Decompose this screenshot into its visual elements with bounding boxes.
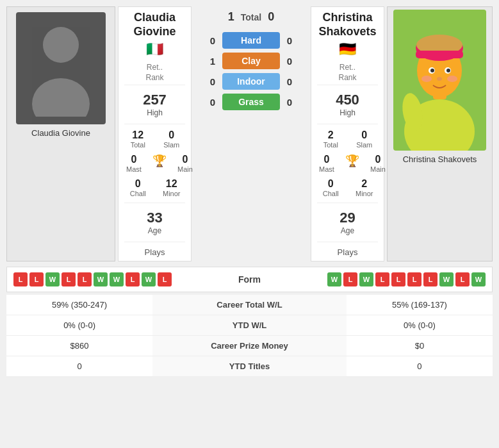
player2-rank-label: Rank bbox=[338, 73, 356, 82]
trophy-icon-right: 🏆 bbox=[345, 154, 359, 168]
player2-minor-lbl: Minor bbox=[356, 190, 373, 197]
player1-age-lbl: Age bbox=[148, 226, 161, 235]
player1-mast-lbl: Mast bbox=[126, 165, 142, 173]
svg-point-14 bbox=[421, 76, 432, 82]
player1-main-val: 0 bbox=[183, 154, 188, 165]
player2-high-group: 450 High bbox=[336, 92, 359, 117]
grass-row: 0 Grass 0 bbox=[194, 94, 308, 110]
hard-score1: 0 bbox=[203, 35, 222, 46]
divider1 bbox=[124, 85, 185, 85]
form-pill: W bbox=[94, 272, 108, 286]
form-pill: W bbox=[471, 272, 486, 286]
player1-minor-cell: 12 Minor bbox=[159, 178, 184, 197]
stats-row: 0% (0-0) YTD W/L 0% (0-0) bbox=[6, 315, 493, 336]
player1-mast-main: 0 Mast 🏆 0 Main bbox=[121, 154, 188, 173]
player2-age-group: 29 Age bbox=[339, 210, 355, 235]
player1-total-cell: 12 Total bbox=[125, 129, 151, 149]
total-label: Total bbox=[241, 12, 261, 22]
form-pill: W bbox=[359, 272, 373, 286]
top-section: Claudia Giovine Claudia Giovine 🇮🇹 Ret..… bbox=[6, 6, 493, 261]
player2-name: Christina Shakovets bbox=[314, 11, 381, 38]
player1-plays-lbl: Plays bbox=[145, 247, 165, 257]
divider5 bbox=[317, 85, 378, 85]
player2-chall-lbl: Chall bbox=[323, 190, 339, 197]
player2-total-val: 2 bbox=[328, 129, 334, 141]
indoor-row: 0 Indoor 0 bbox=[194, 73, 308, 90]
total-score2: 0 bbox=[268, 10, 274, 24]
svg-point-13 bbox=[437, 77, 442, 81]
player2-main-lbl: Main bbox=[370, 165, 386, 173]
player1-chall-cell: 0 Chall bbox=[125, 178, 151, 197]
player2-minor-val: 2 bbox=[361, 178, 367, 190]
player1-photo bbox=[16, 12, 106, 124]
form-pill: W bbox=[439, 272, 454, 286]
divider2 bbox=[124, 124, 185, 124]
player1-rank-label: Rank bbox=[145, 73, 163, 82]
clay-score1: 1 bbox=[203, 56, 222, 67]
player1-age-group: 33 Age bbox=[147, 210, 162, 235]
stat-center-label: YTD Titles bbox=[152, 356, 347, 377]
player2-plays-lbl: Plays bbox=[338, 247, 358, 257]
indoor-badge: Indoor bbox=[222, 73, 280, 90]
grass-score2: 0 bbox=[280, 97, 299, 108]
form-pill: L bbox=[78, 272, 92, 286]
grass-badge: Grass bbox=[222, 94, 280, 110]
stats-row: $860 Career Prize Money $0 bbox=[6, 336, 493, 356]
form-pill: L bbox=[375, 272, 389, 286]
total-score-row: 1 Total 0 bbox=[194, 6, 308, 28]
player2-total-lbl: Total bbox=[323, 141, 338, 149]
hard-row: 0 Hard 0 bbox=[194, 32, 308, 49]
player1-mast-cell: 0 Mast bbox=[121, 154, 147, 173]
middle-section: 1 Total 0 0 Hard 0 1 Clay 0 0 Indoor 0 bbox=[194, 6, 308, 261]
hard-score2: 0 bbox=[280, 35, 299, 46]
form-pill: L bbox=[13, 272, 28, 286]
player1-name-under: Claudia Giovine bbox=[31, 128, 90, 138]
player2-slam-val: 0 bbox=[361, 129, 367, 141]
player2-minor-cell: 2 Minor bbox=[352, 178, 377, 197]
clay-row: 1 Clay 0 bbox=[194, 53, 308, 69]
form-pill: L bbox=[391, 272, 405, 286]
player2-high-label: High bbox=[339, 108, 356, 117]
clay-badge: Clay bbox=[222, 53, 280, 69]
form-section: LLWLLWWLWL Form WLWLLLLWLW bbox=[6, 267, 493, 292]
form-pill: L bbox=[29, 272, 44, 286]
player1-total-slam: 12 Total 0 Slam bbox=[121, 129, 188, 149]
form-pill: L bbox=[455, 272, 470, 286]
stat-left-val: 0 bbox=[6, 356, 152, 377]
stat-left-val: $860 bbox=[6, 336, 152, 356]
stat-right-val: 0% (0-0) bbox=[347, 315, 493, 336]
player1-chall-minor: 0 Chall 12 Minor bbox=[121, 178, 188, 197]
player1-name: Claudia Giovine bbox=[121, 11, 188, 38]
player1-high-value: 257 bbox=[143, 92, 167, 108]
player2-main-val: 0 bbox=[375, 154, 381, 165]
grass-score1: 0 bbox=[203, 97, 222, 108]
stats-row: 59% (350-247) Career Total W/L 55% (169-… bbox=[6, 295, 493, 315]
divider7 bbox=[317, 203, 378, 203]
stat-right-val: $0 bbox=[347, 336, 493, 356]
stats-table: 59% (350-247) Career Total W/L 55% (169-… bbox=[6, 295, 493, 377]
stat-center-label: Career Total W/L bbox=[152, 295, 347, 315]
svg-point-1 bbox=[32, 78, 90, 117]
player2-slam-lbl: Slam bbox=[356, 141, 372, 149]
player2-mast-val: 0 bbox=[324, 154, 330, 165]
stat-center-label: YTD W/L bbox=[152, 315, 347, 336]
player1-photo-panel: Claudia Giovine bbox=[6, 6, 115, 261]
divider3 bbox=[124, 203, 185, 203]
player1-slam-lbl: Slam bbox=[163, 141, 179, 149]
player1-chall-val: 0 bbox=[135, 178, 141, 190]
svg-point-15 bbox=[447, 76, 457, 82]
form-pill: L bbox=[423, 272, 438, 286]
player1-flag: 🇮🇹 bbox=[146, 41, 163, 58]
player1-total-val: 12 bbox=[132, 129, 143, 141]
divider4 bbox=[124, 242, 185, 242]
player1-stats-panel: Claudia Giovine 🇮🇹 Ret.. Rank 257 High 1… bbox=[118, 6, 192, 261]
svg-rect-8 bbox=[416, 51, 463, 58]
divider6 bbox=[317, 124, 378, 124]
player1-slam-cell: 0 Slam bbox=[159, 129, 184, 149]
player2-mast-cell: 0 Mast bbox=[314, 154, 339, 173]
player2-high-value: 450 bbox=[336, 92, 359, 108]
player1-high-label: High bbox=[147, 108, 163, 117]
player2-chall-cell: 0 Chall bbox=[318, 178, 343, 197]
player2-age-lbl: Age bbox=[341, 226, 354, 235]
player1-slam-val: 0 bbox=[168, 129, 174, 141]
